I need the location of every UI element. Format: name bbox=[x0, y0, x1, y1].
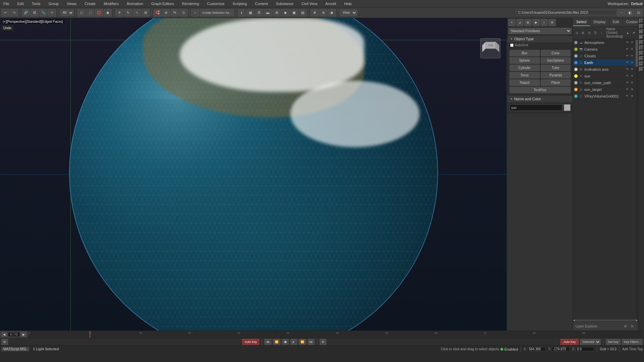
autogrid-checkbox[interactable] bbox=[510, 44, 514, 47]
menu-scripting[interactable]: Scripting bbox=[230, 1, 249, 6]
key-filters-btn[interactable]: Key Filters... bbox=[622, 339, 643, 345]
cone-button[interactable]: Cone bbox=[541, 50, 571, 56]
menu-group[interactable]: Group bbox=[46, 1, 61, 6]
scene-scroll-thumb[interactable] bbox=[636, 40, 638, 67]
extra1-button[interactable]: ⊗ bbox=[311, 9, 319, 16]
far-btn10[interactable]: ▼ bbox=[639, 67, 644, 72]
redo-button[interactable]: ↪ bbox=[10, 9, 18, 16]
maxscript-label[interactable]: MAXScript MSL bbox=[1, 347, 29, 351]
far-btn7[interactable]: ⊕ bbox=[639, 51, 644, 56]
render2-button[interactable]: ▤ bbox=[299, 9, 307, 16]
unlink-button[interactable]: ⛓ bbox=[31, 9, 39, 16]
tab-select[interactable]: Select bbox=[573, 18, 590, 26]
obj-props-button[interactable]: ☰ bbox=[255, 9, 263, 16]
render4-button[interactable]: ⊡ bbox=[635, 9, 643, 16]
sunt-vis-icon[interactable]: 👁 bbox=[625, 87, 629, 92]
next-key-btn[interactable]: ⏩ bbox=[299, 339, 306, 345]
motion-tab[interactable]: ▶ bbox=[532, 19, 540, 26]
selected-dropdown[interactable]: Selected bbox=[580, 339, 601, 345]
menu-content[interactable]: Content bbox=[253, 1, 270, 6]
atmo-freeze-icon[interactable]: ❄ bbox=[630, 41, 634, 45]
render3-button[interactable]: ◧ bbox=[626, 9, 634, 16]
scene-icon-btn2[interactable]: ⊞ bbox=[580, 30, 586, 36]
stop-btn[interactable]: ⏹ bbox=[282, 339, 289, 345]
layer-exp-btn1[interactable]: ⊞ bbox=[623, 323, 629, 329]
incl-freeze-icon[interactable]: ❄ bbox=[630, 67, 634, 71]
sunr-freeze-icon[interactable]: ❄ bbox=[630, 81, 634, 85]
auto-key-toggle[interactable]: Auto Key bbox=[560, 339, 579, 345]
scene-hscroll[interactable]: ◀ ▶ bbox=[573, 319, 638, 321]
layer-button[interactable]: ▦ bbox=[247, 9, 255, 16]
rotate-button[interactable]: ↻ bbox=[124, 9, 132, 16]
utilities-tab[interactable]: ⚙ bbox=[548, 19, 556, 26]
set-key-btn[interactable]: Set Key bbox=[606, 339, 621, 345]
scene-item-camera[interactable]: 📷 Camera 👁 ❄ bbox=[573, 46, 635, 53]
primitives-dropdown[interactable]: Standard Primitives bbox=[508, 28, 572, 34]
prev-key-btn[interactable]: ⏪ bbox=[273, 339, 280, 345]
sunt-freeze-icon[interactable]: ❄ bbox=[630, 87, 634, 92]
create-sel-button[interactable]: Create Selection Se... bbox=[200, 9, 234, 16]
object-type-header[interactable]: ▼ Object Type bbox=[507, 36, 573, 42]
scene-item-sun-rotate[interactable]: ↻ sun_rotate_path 👁 ❄ bbox=[573, 79, 635, 86]
vray-freeze-icon[interactable]: ❄ bbox=[630, 94, 634, 98]
pyramid-button[interactable]: Pyramid bbox=[541, 72, 571, 78]
far-btn3[interactable]: ◉ bbox=[639, 29, 644, 34]
menu-substance[interactable]: Substance bbox=[274, 1, 296, 6]
scene-item-sun[interactable]: ☀ sun 👁 ❄ bbox=[573, 73, 635, 79]
mirror-button[interactable]: ↔ bbox=[191, 9, 199, 16]
next-frame-btn[interactable]: ▶ bbox=[21, 332, 26, 337]
time-config-btn[interactable]: ⚙ bbox=[320, 339, 326, 345]
y-value[interactable]: -179.875 bbox=[551, 347, 570, 351]
scene-item-earth[interactable]: ⬡ Earth 👁 ❄ bbox=[573, 59, 635, 66]
percent-button[interactable]: % bbox=[171, 9, 179, 16]
scene-item-clouds[interactable]: ⬡ Clouds 👁 ❄ bbox=[573, 53, 635, 59]
x-value[interactable]: 564.305 bbox=[527, 347, 546, 351]
select-button[interactable]: ◻ bbox=[77, 9, 86, 16]
scene-scroll-up[interactable]: ▲ bbox=[625, 30, 630, 36]
track-view-button[interactable]: ▬ bbox=[264, 9, 272, 16]
workspace-value[interactable]: Default bbox=[631, 2, 643, 6]
geosphere-button[interactable]: GeoSphere bbox=[541, 57, 571, 64]
incl-vis-icon[interactable]: 👁 bbox=[625, 67, 629, 71]
far-btn1[interactable]: + bbox=[639, 19, 644, 23]
menu-help[interactable]: Help bbox=[342, 1, 354, 6]
menu-create[interactable]: Create bbox=[83, 1, 98, 6]
spinner-button[interactable]: ⊙ bbox=[179, 9, 187, 16]
create-tab[interactable]: + bbox=[508, 19, 516, 26]
scene-scroll-down[interactable]: ▼ bbox=[631, 30, 637, 36]
timeline[interactable]: 0 8 16 24 32 40 48 56 64 72 80 88 bbox=[28, 331, 644, 338]
paint-button[interactable]: ◉ bbox=[104, 9, 112, 16]
menu-arnold[interactable]: Arnold bbox=[323, 1, 338, 6]
bind-button[interactable]: 📎 bbox=[39, 9, 47, 16]
far-btn6[interactable]: ⬚ bbox=[639, 46, 644, 50]
extra2-button[interactable]: ⊕ bbox=[319, 9, 327, 16]
select-region-button[interactable]: ⬚ bbox=[86, 9, 94, 16]
play-next-btn[interactable]: ⏭ bbox=[308, 339, 315, 345]
scene-item-vray[interactable]: ⬡ VRayVolumeGrid001 👁 ❄ bbox=[573, 93, 635, 100]
menu-tools[interactable]: Tools bbox=[30, 1, 43, 6]
sphere-button[interactable]: Sphere bbox=[509, 57, 540, 64]
menu-edit[interactable]: Edit bbox=[15, 1, 26, 6]
scale-button[interactable]: ⤡ bbox=[133, 9, 141, 16]
display-tab[interactable]: ○ bbox=[540, 19, 548, 26]
hierarchy-tab[interactable]: ⊞ bbox=[524, 19, 532, 26]
layer-exp-btn2[interactable]: ⊟ bbox=[629, 323, 635, 329]
filter-select[interactable]: All bbox=[60, 9, 74, 16]
far-btn5[interactable]: ☰ bbox=[639, 40, 644, 45]
menu-customize[interactable]: Customize bbox=[205, 1, 226, 6]
undo-button[interactable]: ↩ bbox=[1, 9, 9, 16]
render-button[interactable]: ▣ bbox=[290, 9, 298, 16]
modify-tab[interactable]: ⊿ bbox=[516, 19, 524, 26]
atmo-vis-icon[interactable]: 👁 bbox=[625, 41, 629, 45]
cam-freeze-icon[interactable]: ❄ bbox=[630, 47, 634, 51]
scene-scrollbar[interactable] bbox=[635, 39, 638, 319]
view-select[interactable]: View bbox=[340, 9, 357, 16]
navigation-cube[interactable]: TOP bbox=[480, 38, 500, 58]
scene-item-atmosphere[interactable]: ☁ Atmosphere 👁 ❄ bbox=[573, 39, 635, 46]
material-button[interactable]: ◆ bbox=[281, 9, 289, 16]
extra3-button[interactable]: ◉ bbox=[328, 9, 336, 16]
autogrid-checkbox-label[interactable]: AutoGrid bbox=[510, 43, 570, 47]
torus-button[interactable]: Torus bbox=[509, 72, 540, 78]
earth-freeze-icon[interactable]: ❄ bbox=[630, 61, 634, 65]
menu-rendering[interactable]: Rendering bbox=[180, 1, 201, 6]
